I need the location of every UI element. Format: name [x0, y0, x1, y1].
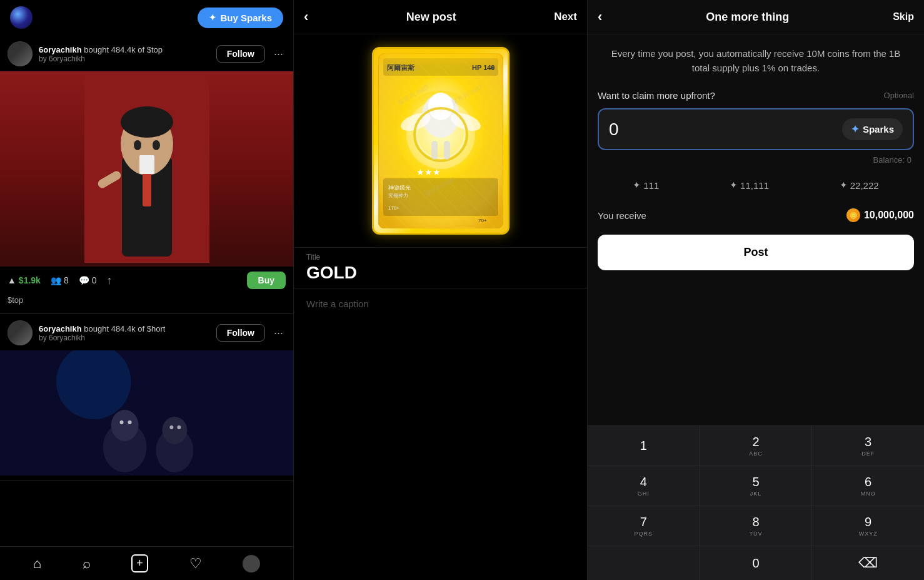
follow-button[interactable]: Follow [216, 45, 265, 63]
svg-point-11 [111, 410, 139, 441]
quick-amount-label: 111 [643, 180, 659, 191]
avatar-image [8, 320, 33, 345]
key-1[interactable]: 1 [588, 426, 700, 466]
receive-value: 10,000,000 [864, 210, 914, 221]
post-button[interactable]: Post [598, 235, 914, 270]
card-border-top [374, 49, 508, 68]
key-0[interactable]: 0 [700, 546, 812, 580]
dark-scene [0, 350, 293, 476]
amount-value: 0 [609, 120, 619, 140]
skip-button[interactable]: Skip [893, 11, 914, 23]
svg-point-8 [153, 140, 160, 150]
buy-button[interactable]: Buy [247, 272, 286, 289]
sparks-chip[interactable]: ✦ Sparks [842, 118, 903, 140]
man-figure [84, 75, 209, 263]
key-empty [588, 546, 700, 580]
svg-point-14 [120, 420, 124, 424]
quick-spark-icon: ✦ [633, 180, 641, 191]
next-button[interactable]: Next [554, 11, 577, 23]
stat-price: ▲ $1.9k [8, 275, 41, 285]
quick-amount-111[interactable]: ✦ 111 [633, 180, 659, 191]
balance-label: Balance: 0 [598, 155, 914, 165]
amount-input-area[interactable]: 0 ✦ Sparks [598, 108, 914, 150]
omt-back-button[interactable]: ‹ [598, 9, 602, 25]
post-token: $hort [147, 324, 166, 333]
svg-point-15 [128, 420, 132, 424]
caption-input[interactable]: Write a caption [306, 298, 575, 309]
newpost-title: New post [406, 11, 456, 24]
svg-rect-5 [139, 155, 154, 174]
key-main: 1 [640, 439, 647, 453]
key-6[interactable]: 6 MNO [812, 466, 924, 506]
nav-search-icon[interactable]: ⌕ [83, 556, 91, 572]
key-main: 8 [752, 515, 759, 529]
you-receive-row: You receive 🪙 10,000,000 [588, 201, 924, 230]
avatar [8, 41, 33, 66]
follow-button[interactable]: Follow [216, 324, 265, 342]
key-5[interactable]: 5 JKL [700, 466, 812, 506]
key-sub: WXYZ [859, 531, 878, 537]
claim-label: Want to claim more upfront? Optional [598, 90, 914, 101]
buy-sparks-label: Buy Sparks [220, 13, 272, 23]
post-action: bought 484.4k of [84, 324, 146, 333]
globe-icon [10, 6, 33, 29]
post-by-line: by 6oryachikh [39, 333, 210, 342]
by-user: 6oryachikh [49, 333, 85, 342]
key-7[interactable]: 7 PQRS [588, 506, 700, 546]
post-tag: $top [0, 294, 293, 308]
keypad-grid: 1 2 ABC 3 DEF 4 GHI 5 JKL 6 MNO [588, 426, 924, 580]
more-button[interactable]: ··· [271, 327, 286, 340]
omt-panel: ‹ One more thing Skip Every time you pos… [588, 0, 924, 580]
post-user-line: 6oryachikh bought 484.4k of $top [39, 45, 210, 54]
key-main: 5 [752, 475, 759, 489]
newpost-panel: ‹ New post Next [294, 0, 588, 580]
nav-add-icon[interactable]: + [131, 554, 148, 572]
key-8[interactable]: 8 TUV [700, 506, 812, 546]
back-button[interactable]: ‹ [304, 9, 308, 25]
pokemon-card: 阿爾宙斯 HP 140 ✦ ★★★ 神遊鏡光 究極神力 170+ [372, 47, 510, 235]
quick-spark-icon: ✦ [730, 180, 738, 191]
key-delete[interactable]: ⌫ [812, 546, 924, 580]
post-meta: 6oryachikh bought 484.4k of $hort by 6or… [39, 324, 210, 342]
buy-sparks-button[interactable]: ✦ Buy Sparks [198, 8, 283, 28]
title-label: Title [306, 253, 575, 262]
receive-amount: 🪙 10,000,000 [846, 208, 914, 222]
more-button[interactable]: ··· [271, 48, 286, 61]
nav-heart-icon[interactable]: ♡ [189, 556, 202, 572]
post-action: bought 484.4k of [84, 45, 146, 54]
optional-label: Optional [884, 91, 914, 100]
avatar [8, 320, 33, 345]
card-decoration [374, 49, 508, 233]
key-3[interactable]: 3 DEF [812, 426, 924, 466]
nav-home-icon[interactable]: ⌂ [33, 556, 41, 572]
post-image [0, 71, 293, 267]
stat-followers: 👥 8 [51, 275, 69, 285]
by-user: 6oryachikh [49, 54, 85, 63]
key-main: 0 [752, 556, 759, 571]
quick-amount-label: 11,111 [740, 180, 769, 191]
quick-amount-11111[interactable]: ✦ 11,111 [730, 180, 769, 191]
quick-amount-22222[interactable]: ✦ 22,222 [840, 180, 879, 191]
post-title-area: Title GOLD [294, 247, 587, 288]
post-user-line: 6oryachikh bought 484.4k of $hort [39, 324, 210, 333]
key-4[interactable]: 4 GHI [588, 466, 700, 506]
svg-rect-9 [0, 350, 293, 476]
quick-amounts: ✦ 111 ✦ 11,111 ✦ 22,222 [588, 180, 924, 191]
key-9[interactable]: 9 WXYZ [812, 506, 924, 546]
feed-panel: ✦ Buy Sparks 6oryachikh bought 484.4k of… [0, 0, 294, 580]
sparks-label: Sparks [863, 124, 894, 135]
feed-post: 6oryachikh bought 484.4k of $hort by 6or… [0, 314, 293, 481]
svg-point-16 [169, 425, 173, 429]
key-main: 3 [865, 435, 871, 449]
post-title: GOLD [306, 263, 575, 283]
comments-icon: 💬 [79, 275, 89, 285]
key-sub: ABC [749, 450, 763, 457]
key-2[interactable]: 2 ABC [700, 426, 812, 466]
post-username: 6oryachikh [39, 324, 82, 333]
svg-point-17 [177, 425, 181, 429]
share-icon: ↑ [107, 274, 113, 287]
stat-comments: 💬 0 [79, 275, 97, 285]
post-header: 6oryachikh bought 484.4k of $top by 6ory… [0, 35, 293, 71]
nav-profile-icon[interactable] [243, 555, 260, 572]
omt-description: Every time you post, you automatically r… [588, 34, 924, 85]
